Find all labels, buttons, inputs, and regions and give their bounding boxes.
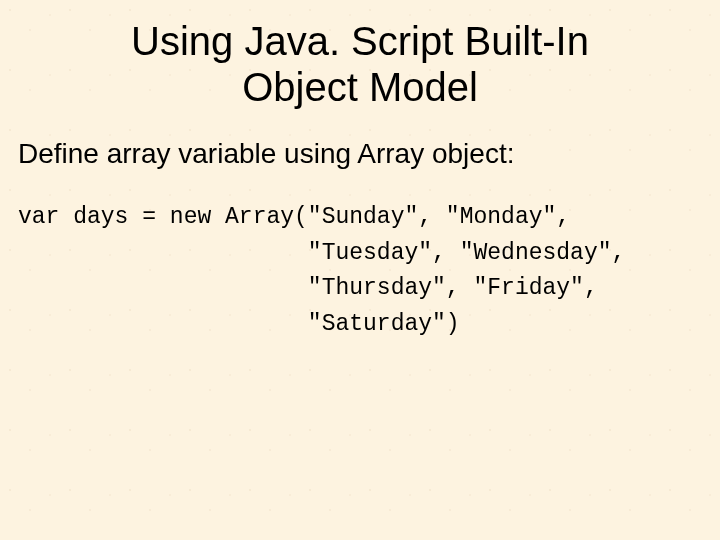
slide-subtitle: Define array variable using Array object… <box>0 110 720 170</box>
code-line-4: "Saturday") <box>18 311 460 337</box>
title-line-2: Object Model <box>242 65 478 109</box>
code-line-2: "Tuesday", "Wednesday", <box>18 240 625 266</box>
slide-title: Using Java. Script Built-In Object Model <box>0 0 720 110</box>
code-line-1: var days = new Array("Sunday", "Monday", <box>18 204 570 230</box>
code-line-3: "Thursday", "Friday", <box>18 275 598 301</box>
title-line-1: Using Java. Script Built-In <box>131 19 589 63</box>
code-block: var days = new Array("Sunday", "Monday",… <box>0 170 720 343</box>
